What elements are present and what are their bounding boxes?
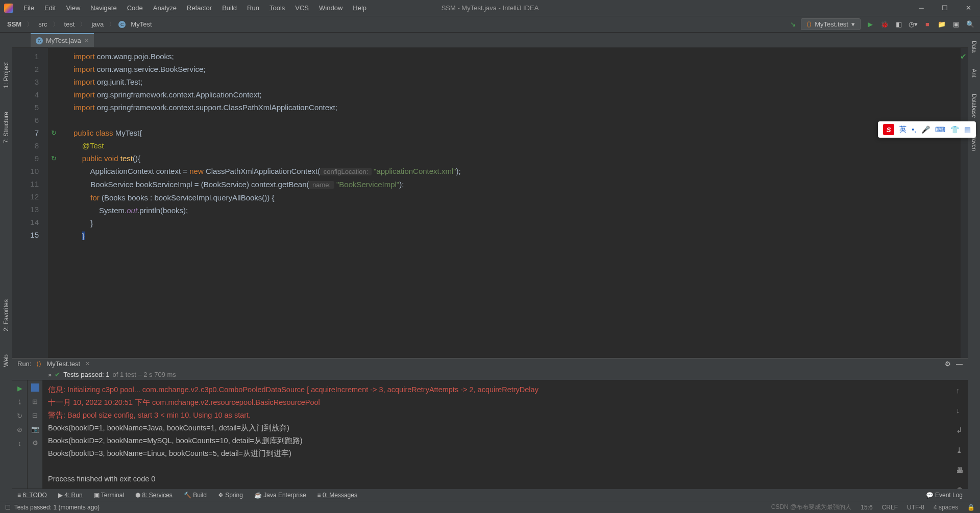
close-run-tab-icon[interactable]: ✕ [85,361,90,367]
tab-run[interactable]: ▶ 4: Run [58,492,83,499]
indent-info[interactable]: 4 spaces [934,504,958,511]
rerun-failed-button[interactable]: ↻ [17,412,22,420]
import-button[interactable]: ⚙ [32,439,38,447]
print-icon[interactable]: 🖶 [956,464,964,477]
run-button[interactable]: ▶ [866,20,875,29]
run-gutter-icon[interactable]: ↻ [51,126,57,139]
status-bar: ☐ Tests passed: 1 (moments ago) CSDN @布布… [0,501,980,513]
console-line: 信息: Initializing c3p0 pool... com.mchang… [48,383,963,396]
menu-refactor[interactable]: Refactor [183,3,216,13]
console-line: Process finished with exit code 0 [48,473,963,485]
update-button[interactable]: 📁 [937,20,946,29]
tool-project[interactable]: 1: Project [2,58,11,92]
editor-tab-mytest[interactable]: C MyTest.java ✕ [31,33,94,47]
scroll-up-icon[interactable]: ↑ [956,384,964,397]
show-passed-button[interactable]: ⊞ [32,398,38,405]
chevron-right-icon: 〉 [27,20,33,29]
menu-code[interactable]: Code [123,3,147,13]
tool-database[interactable]: Database [970,91,978,121]
ime-mic-icon[interactable]: 🎤 [921,125,930,134]
clear-icon[interactable]: 🗑 [956,484,964,489]
toggle-auto-button[interactable]: ⤹ [17,398,22,406]
search-everywhere-button[interactable]: 🔍 [966,20,975,29]
ime-lang[interactable]: 英 [899,125,906,134]
tab-javaee[interactable]: ☕ Java Enterprise [254,492,306,499]
event-log-button[interactable]: 💬 Event Log [926,492,963,499]
tool-ant[interactable]: Ant [970,66,978,81]
ime-keyboard-icon[interactable]: ⌨ [935,125,945,134]
crumb-test[interactable]: test [62,19,77,29]
settings-icon[interactable]: ⚙ [945,360,951,368]
run-tab-label[interactable]: MyTest.test [46,360,80,368]
window-list-icon[interactable]: ☐ [5,504,11,511]
menu-navigate[interactable]: Navigate [86,3,120,13]
scroll-to-end-icon[interactable]: ⤓ [956,444,964,457]
code-content[interactable]: import com.wang.pojo.Books; import com.w… [48,48,461,360]
close-tab-icon[interactable]: ✕ [84,37,89,44]
minimize-panel-icon[interactable]: — [956,360,963,368]
console-output[interactable]: 信息: Initializing c3p0 pool... com.mchang… [43,380,968,489]
tool-data[interactable]: Data [970,38,978,56]
tab-todo[interactable]: ≡ 6: TODO [17,492,47,499]
tab-spring[interactable]: ❖ Spring [218,492,243,499]
ime-punct-icon[interactable]: •, [912,125,916,134]
chevron-down-icon: ▾ [851,20,855,28]
stop-run-button[interactable]: ⊘ [17,426,22,433]
status-message: Tests passed: 1 (moments ago) [14,504,100,511]
ime-toolbox-icon[interactable]: ▦ [964,125,971,134]
crumb-project[interactable]: SSM [5,19,23,29]
sort-button[interactable]: ⊟ [32,412,38,419]
tab-build[interactable]: 🔨 Build [184,492,207,499]
breadcrumbs: SSM 〉 src 〉 test 〉 java 〉 C MyTest [5,19,154,29]
menu-help[interactable]: Help [349,3,371,13]
check-icon: ✔ [55,371,60,378]
tool-structure[interactable]: 7: Structure [2,108,11,147]
rerun-button[interactable]: ▶ [17,384,22,392]
menu-build[interactable]: Build [218,3,241,13]
scroll-down-icon[interactable]: ↓ [956,404,964,417]
tool-favorites[interactable]: 2: Favorites [2,295,11,336]
ime-skin-icon[interactable]: 👕 [950,125,959,134]
build-hammer-icon[interactable]: ↘ [790,20,796,28]
maximize-button[interactable]: ☐ [933,0,957,16]
tab-messages[interactable]: ≡ 0: Messages [317,492,357,499]
menu-edit[interactable]: Edit [40,3,60,13]
menu-run[interactable]: Run [243,3,263,13]
tab-services[interactable]: ⬢ 8: Services [135,492,173,499]
crumb-src[interactable]: src [36,19,49,29]
file-encoding[interactable]: UTF-8 [907,504,924,511]
run-config-selector[interactable]: ⟨⟩ MyTest.test ▾ [801,18,861,30]
menu-tools[interactable]: Tools [265,3,289,13]
structure-button[interactable]: ▣ [951,20,961,29]
tool-web[interactable]: Web [2,350,11,371]
code-editor[interactable]: 123456 789101112131415 ↻ ↻ import com.wa… [12,48,968,360]
coverage-button[interactable]: ◧ [894,20,903,29]
expand-icon[interactable]: » [48,371,52,378]
caret-position[interactable]: 15:6 [861,504,872,511]
pin-button[interactable]: ↕ [18,440,21,447]
menu-vcs[interactable]: VCS [291,3,313,13]
readonly-lock-icon[interactable]: 🔒 [967,504,975,511]
menu-view[interactable]: View [62,3,84,13]
bottom-tool-bar: ≡ 6: TODO ▶ 4: Run ▣ Terminal ⬢ 8: Servi… [12,489,968,501]
line-separator[interactable]: CRLF [882,504,898,511]
minimize-button[interactable]: ─ [910,0,933,16]
profile-button[interactable]: ◷▾ [909,20,918,29]
stop-button[interactable]: ■ [923,20,932,29]
editor-error-stripe[interactable]: ✔ [961,48,968,360]
soft-wrap-icon[interactable]: ↲ [956,424,964,437]
run-gutter-icon[interactable]: ↻ [51,152,57,165]
debug-button[interactable]: 🐞 [880,20,889,29]
export-button[interactable]: 📷 [31,425,39,433]
crumb-class[interactable]: MyTest [129,19,154,29]
ime-toolbar[interactable]: S 英 •, 🎤 ⌨ 👕 ▦ [878,121,976,138]
menu-analyze[interactable]: Analyze [149,3,181,13]
chevron-right-icon: 〉 [109,20,115,29]
window-title: SSM - MyTest.java - IntelliJ IDEA [442,4,539,12]
tab-terminal[interactable]: ▣ Terminal [94,492,124,499]
menu-window[interactable]: Window [315,3,347,13]
crumb-java[interactable]: java [89,19,106,29]
close-button[interactable]: ✕ [957,0,980,16]
menu-file[interactable]: File [19,3,38,13]
watermark-text: CSDN @布布要成为最强的人 [771,503,852,511]
